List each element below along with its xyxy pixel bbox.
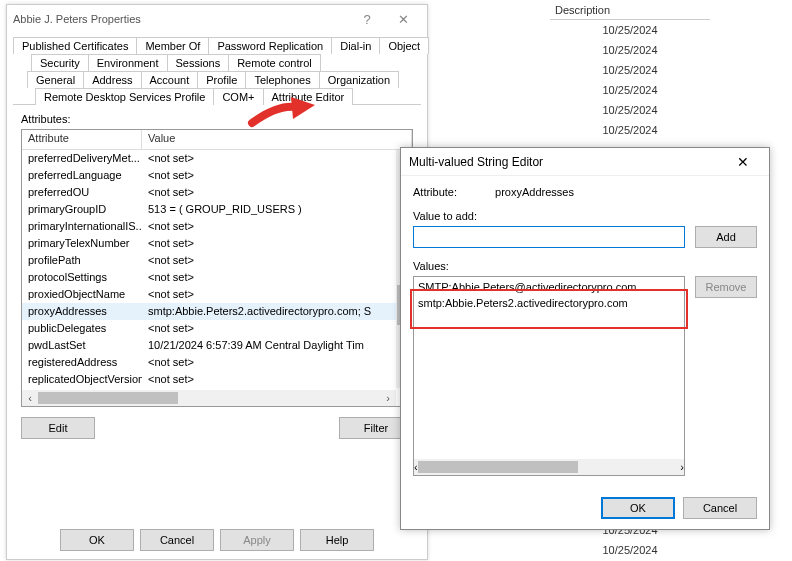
list-item[interactable]: smtp:Abbie.Peters2.activedirectorypro.co…	[418, 295, 680, 311]
value-cell: 10/21/2024 6:57:39 AM Central Daylight T…	[142, 337, 412, 354]
tab-rds-profile[interactable]: Remote Desktop Services Profile	[35, 88, 214, 105]
attribute-cell: profilePath	[22, 252, 142, 269]
table-row[interactable]: registeredAddress<not set>	[22, 354, 412, 371]
ok-button[interactable]: OK	[60, 529, 134, 551]
tab-member-of[interactable]: Member Of	[136, 37, 209, 54]
add-button[interactable]: Add	[695, 226, 757, 248]
scrollbar-thumb[interactable]	[38, 392, 178, 404]
tab-organization[interactable]: Organization	[319, 71, 399, 88]
value-cell: smtp:Abbie.Peters2.activedirectorypro.co…	[142, 303, 412, 320]
attribute-cell: primaryGroupID	[22, 201, 142, 218]
attributes-label: Attributes:	[7, 105, 427, 129]
tab-password-replication[interactable]: Password Replication	[208, 37, 332, 54]
table-row[interactable]: replicatedObjectVersion<not set>	[22, 371, 412, 388]
value-cell: 513 = ( GROUP_RID_USERS )	[142, 201, 412, 218]
bg-date-cell[interactable]: 10/25/2024	[550, 20, 710, 40]
attribute-cell: registeredAddress	[22, 354, 142, 371]
tab-dial-in[interactable]: Dial-in	[331, 37, 380, 54]
tab-telephones[interactable]: Telephones	[245, 71, 319, 88]
table-row[interactable]: proxiedObjectName<not set>	[22, 286, 412, 303]
tab-object[interactable]: Object	[379, 37, 429, 54]
list-item[interactable]: SMTP:Abbie.Peters@activedirectorypro.com	[418, 279, 680, 295]
column-header-value[interactable]: Value	[142, 130, 412, 149]
bg-column-header[interactable]: Description	[550, 0, 710, 20]
table-row[interactable]: primaryGroupID513 = ( GROUP_RID_USERS )	[22, 201, 412, 218]
attribute-cell: publicDelegates	[22, 320, 142, 337]
bg-date-cell[interactable]: 10/25/2024	[550, 60, 710, 80]
tab-security[interactable]: Security	[31, 54, 89, 71]
scroll-left-icon[interactable]: ‹	[22, 390, 38, 406]
value-cell: <not set>	[142, 150, 412, 167]
table-row[interactable]: pwdLastSet10/21/2024 6:57:39 AM Central …	[22, 337, 412, 354]
cancel-button[interactable]: Cancel	[683, 497, 757, 519]
attribute-cell: protocolSettings	[22, 269, 142, 286]
listview-body[interactable]: preferredDeliveryMet...<not set>preferre…	[22, 150, 412, 388]
attribute-cell: replicatedObjectVersion	[22, 371, 142, 388]
value-cell: <not set>	[142, 218, 412, 235]
scrollbar-thumb[interactable]	[418, 461, 578, 473]
tab-published-certificates[interactable]: Published Certificates	[13, 37, 137, 54]
tab-address[interactable]: Address	[83, 71, 141, 88]
tab-sessions[interactable]: Sessions	[167, 54, 230, 71]
value-cell: <not set>	[142, 184, 412, 201]
apply-button[interactable]: Apply	[220, 529, 294, 551]
bg-date-cell[interactable]: 10/25/2024	[550, 120, 710, 140]
titlebar: Multi-valued String Editor ✕	[401, 148, 769, 176]
listview-header: Attribute Value	[22, 130, 412, 150]
value-to-add-input[interactable]	[413, 226, 685, 248]
column-header-attribute[interactable]: Attribute	[22, 130, 142, 149]
titlebar: Abbie J. Peters Properties ? ✕	[7, 5, 427, 33]
scroll-right-icon[interactable]: ›	[680, 461, 684, 473]
tab-environment[interactable]: Environment	[88, 54, 168, 71]
bg-date-cell[interactable]: 10/25/2024	[550, 540, 710, 560]
tabstrip: Published Certificates Member Of Passwor…	[7, 33, 427, 105]
table-row[interactable]: preferredOU<not set>	[22, 184, 412, 201]
table-row[interactable]: publicDelegates<not set>	[22, 320, 412, 337]
ok-button[interactable]: OK	[601, 497, 675, 519]
attribute-cell: primaryTelexNumber	[22, 235, 142, 252]
attribute-name: proxyAddresses	[495, 186, 574, 198]
bg-date-cell[interactable]: 10/25/2024	[550, 100, 710, 120]
table-row[interactable]: primaryInternationalIS...<not set>	[22, 218, 412, 235]
close-icon[interactable]: ✕	[385, 7, 421, 31]
tab-general[interactable]: General	[27, 71, 84, 88]
values-listbox[interactable]: SMTP:Abbie.Peters@activedirectorypro.com…	[413, 276, 685, 476]
multivalued-editor-dialog: Multi-valued String Editor ✕ Attribute: …	[400, 147, 770, 530]
window-title: Abbie J. Peters Properties	[13, 13, 349, 25]
attribute-cell: proxyAddresses	[22, 303, 142, 320]
table-row[interactable]: primaryTelexNumber<not set>	[22, 235, 412, 252]
value-cell: <not set>	[142, 320, 412, 337]
table-row[interactable]: preferredLanguage<not set>	[22, 167, 412, 184]
bg-date-cell[interactable]: 10/25/2024	[550, 40, 710, 60]
value-cell: <not set>	[142, 371, 412, 388]
help-button[interactable]: Help	[300, 529, 374, 551]
attribute-cell: primaryInternationalIS...	[22, 218, 142, 235]
help-icon[interactable]: ?	[349, 7, 385, 31]
horizontal-scrollbar[interactable]: ‹ ›	[414, 459, 684, 475]
dialog-title: Multi-valued String Editor	[409, 155, 725, 169]
edit-button[interactable]: Edit	[21, 417, 95, 439]
table-row[interactable]: protocolSettings<not set>	[22, 269, 412, 286]
value-to-add-label: Value to add:	[413, 210, 757, 222]
attribute-cell: preferredLanguage	[22, 167, 142, 184]
tab-remote-control[interactable]: Remote control	[228, 54, 321, 71]
attribute-label: Attribute:	[413, 186, 457, 198]
cancel-button[interactable]: Cancel	[140, 529, 214, 551]
value-cell: <not set>	[142, 235, 412, 252]
attributes-listview[interactable]: Attribute Value preferredDeliveryMet...<…	[21, 129, 413, 407]
tab-account[interactable]: Account	[141, 71, 199, 88]
value-cell: <not set>	[142, 167, 412, 184]
table-row[interactable]: preferredDeliveryMet...<not set>	[22, 150, 412, 167]
value-cell: <not set>	[142, 252, 412, 269]
annotation-arrow-icon	[247, 95, 317, 131]
remove-button[interactable]: Remove	[695, 276, 757, 298]
attribute-cell: pwdLastSet	[22, 337, 142, 354]
table-row[interactable]: proxyAddressessmtp:Abbie.Peters2.actived…	[22, 303, 412, 320]
close-icon[interactable]: ✕	[725, 154, 761, 170]
horizontal-scrollbar[interactable]: ‹ ›	[22, 390, 396, 406]
scroll-right-icon[interactable]: ›	[380, 390, 396, 406]
attribute-cell: preferredOU	[22, 184, 142, 201]
table-row[interactable]: profilePath<not set>	[22, 252, 412, 269]
tab-profile[interactable]: Profile	[197, 71, 246, 88]
bg-date-cell[interactable]: 10/25/2024	[550, 80, 710, 100]
